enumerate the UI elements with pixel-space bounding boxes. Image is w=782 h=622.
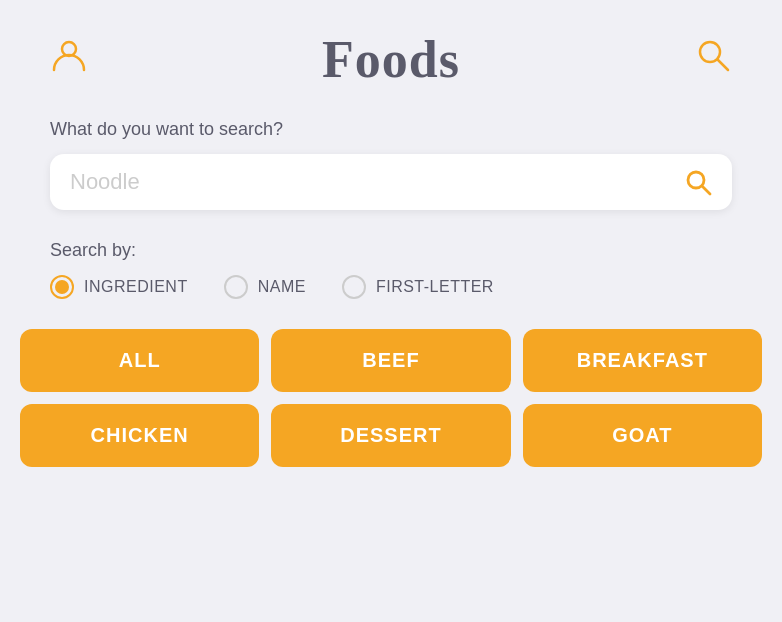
svg-line-4	[703, 187, 711, 195]
radio-circle-first-letter	[342, 275, 366, 299]
category-goat[interactable]: GOAT	[523, 404, 762, 467]
category-all[interactable]: ALL	[20, 329, 259, 392]
page-title: Foods	[322, 30, 460, 89]
search-section: What do you want to search?	[0, 109, 782, 230]
search-label: What do you want to search?	[50, 119, 732, 140]
radio-circle-ingredient	[50, 275, 74, 299]
filter-label: Search by:	[50, 240, 732, 261]
search-box	[50, 154, 732, 210]
radio-first-letter[interactable]: FIRST-LETTER	[342, 275, 494, 299]
radio-name[interactable]: NAME	[224, 275, 306, 299]
radio-label-ingredient: INGREDIENT	[84, 278, 188, 296]
category-dessert[interactable]: DESSERT	[271, 404, 510, 467]
search-button[interactable]	[684, 168, 712, 196]
category-breakfast[interactable]: BREAKFAST	[523, 329, 762, 392]
category-chicken[interactable]: CHICKEN	[20, 404, 259, 467]
user-icon[interactable]	[50, 36, 88, 83]
radio-ingredient[interactable]: INGREDIENT	[50, 275, 188, 299]
radio-group: INGREDIENT NAME FIRST-LETTER	[50, 275, 732, 299]
category-beef[interactable]: BEEF	[271, 329, 510, 392]
filter-section: Search by: INGREDIENT NAME FIRST-LETTER	[0, 230, 782, 319]
svg-point-1	[700, 42, 720, 62]
radio-circle-name	[224, 275, 248, 299]
svg-line-2	[718, 60, 728, 70]
category-grid: ALL BEEF BREAKFAST CHICKEN DESSERT GOAT	[0, 319, 782, 487]
search-input[interactable]	[70, 169, 684, 195]
header: Foods	[0, 0, 782, 109]
search-header-icon[interactable]	[694, 36, 732, 83]
radio-label-name: NAME	[258, 278, 306, 296]
radio-label-first-letter: FIRST-LETTER	[376, 278, 494, 296]
